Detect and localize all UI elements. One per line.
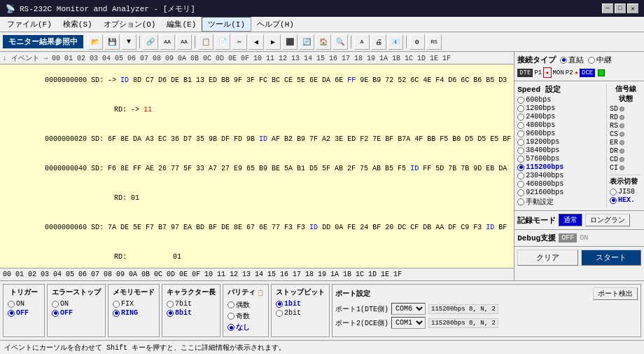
- stop-2bit-radio[interactable]: [276, 310, 283, 317]
- port2-select[interactable]: COM1: [391, 317, 426, 329]
- display-hex-radio[interactable]: [610, 197, 617, 204]
- speed-57600[interactable]: 57600bps: [517, 155, 606, 163]
- speed-460800-radio[interactable]: [517, 181, 524, 188]
- error-off[interactable]: OFF: [52, 309, 101, 317]
- start-button[interactable]: スタート: [581, 250, 641, 266]
- maximize-button[interactable]: □: [615, 4, 626, 13]
- error-off-radio[interactable]: [52, 310, 59, 317]
- speed-2400[interactable]: 2400bps: [517, 113, 606, 121]
- trigger-off-radio[interactable]: [8, 310, 15, 317]
- record-longrun-button[interactable]: ロングラン: [585, 214, 630, 226]
- error-on[interactable]: ON: [52, 300, 101, 308]
- speed-manual-radio[interactable]: [517, 198, 524, 205]
- display-hex[interactable]: HEX.: [610, 196, 641, 204]
- tb-search3-button[interactable]: 🔍: [332, 34, 348, 50]
- speed-4800-label: 4800bps: [526, 121, 555, 129]
- speed-230400[interactable]: 230400bps: [517, 172, 606, 179]
- memory-ring-radio[interactable]: [113, 310, 120, 317]
- char-7bit-radio[interactable]: [167, 301, 174, 308]
- menu-help[interactable]: ヘルプ(H): [251, 17, 300, 32]
- speed-115200-radio[interactable]: [517, 164, 524, 171]
- parity-even[interactable]: 偶数: [227, 300, 264, 310]
- conn-direct-option[interactable]: 直結: [560, 55, 584, 65]
- speed-2400-radio[interactable]: [517, 114, 524, 121]
- debug-on-label[interactable]: ON: [580, 234, 588, 242]
- menu-edit[interactable]: 編集(E): [161, 17, 202, 32]
- tb-connect-button[interactable]: 🔗: [143, 34, 158, 50]
- tb-home-button[interactable]: 🏠: [316, 34, 331, 50]
- menu-file[interactable]: ファイル(F): [1, 17, 57, 32]
- trigger-off[interactable]: OFF: [8, 309, 40, 317]
- char-8bit-radio[interactable]: [167, 310, 174, 317]
- minimize-button[interactable]: ─: [602, 4, 613, 13]
- close-button[interactable]: ✕: [627, 4, 638, 13]
- tb-refresh-button[interactable]: 🔄: [299, 34, 314, 50]
- trigger-on[interactable]: ON: [8, 300, 40, 308]
- speed-230400-radio[interactable]: [517, 172, 524, 179]
- speed-9600[interactable]: 9600bps: [517, 130, 606, 137]
- port1-select[interactable]: COM6: [391, 303, 426, 315]
- tb-print-button[interactable]: 🖨: [371, 34, 386, 50]
- speed-manual[interactable]: 手動設定: [517, 197, 606, 207]
- menu-tools[interactable]: ツール(I): [202, 17, 251, 32]
- speed-38400[interactable]: 38400bps: [517, 147, 606, 154]
- tb-paste-button[interactable]: 📄: [215, 34, 230, 50]
- menu-options[interactable]: オプション(O): [98, 17, 162, 32]
- port-detect-button[interactable]: ポート検出: [593, 287, 638, 300]
- speed-4800-radio[interactable]: [517, 122, 524, 129]
- parity-even-radio[interactable]: [227, 301, 234, 308]
- tb-settings1-button[interactable]: ⚙: [410, 34, 425, 50]
- tb-save-button[interactable]: 💾: [104, 34, 120, 50]
- memory-fix-radio[interactable]: [113, 301, 120, 308]
- display-jis8[interactable]: JIS8: [610, 188, 641, 196]
- parity-odd-radio[interactable]: [227, 313, 234, 320]
- record-normal-button[interactable]: 通常: [559, 214, 582, 226]
- debug-off-badge[interactable]: OFF: [559, 233, 577, 243]
- tb-copy-button[interactable]: 📋: [198, 34, 214, 50]
- char-8bit[interactable]: 8bit: [167, 309, 216, 317]
- display-jis8-radio[interactable]: [610, 189, 617, 196]
- stop-2bit[interactable]: 2bit: [276, 309, 325, 317]
- stop-1bit[interactable]: 1bit: [276, 300, 325, 308]
- speed-38400-radio[interactable]: [517, 147, 524, 154]
- data-content[interactable]: 0000000000 SD: -> ID 8D C7 D6 DE B1 13 E…: [0, 64, 514, 268]
- speed-460800[interactable]: 460800bps: [517, 180, 606, 188]
- speed-115200[interactable]: 115200bps: [517, 163, 606, 171]
- tb-search1-button[interactable]: AA: [160, 34, 175, 50]
- clear-button[interactable]: クリア: [517, 250, 578, 266]
- conn-relay-radio[interactable]: [588, 57, 595, 64]
- conn-direct-radio[interactable]: [560, 57, 567, 64]
- speed-600-radio[interactable]: [517, 97, 524, 104]
- memory-fix[interactable]: FIX: [113, 300, 155, 308]
- speed-1200-radio[interactable]: [517, 105, 524, 112]
- parity-none-radio[interactable]: [227, 324, 234, 331]
- tb-mail-button[interactable]: 📧: [388, 34, 403, 50]
- tb-stop-button[interactable]: ⬛: [282, 34, 298, 50]
- speed-57600-radio[interactable]: [517, 156, 524, 163]
- parity-odd[interactable]: 奇数: [227, 311, 264, 321]
- tb-dropdown-button[interactable]: ▼: [121, 34, 136, 50]
- speed-1200[interactable]: 1200bps: [517, 104, 606, 112]
- conn-relay-option[interactable]: 中継: [588, 55, 612, 65]
- speed-19200[interactable]: 19200bps: [517, 138, 606, 146]
- memory-ring[interactable]: RING: [113, 309, 155, 317]
- stop-1bit-radio[interactable]: [276, 301, 283, 308]
- trigger-on-radio[interactable]: [8, 301, 15, 308]
- speed-19200-radio[interactable]: [517, 139, 524, 146]
- speed-600[interactable]: 600bps: [517, 96, 606, 104]
- parity-none[interactable]: なし: [227, 322, 264, 332]
- tb-settings2-button[interactable]: RS: [426, 34, 442, 50]
- speed-9600-radio[interactable]: [517, 130, 524, 137]
- menu-search[interactable]: 検索(S): [57, 17, 98, 32]
- speed-4800[interactable]: 4800bps: [517, 121, 606, 129]
- speed-921600[interactable]: 921600bps: [517, 189, 606, 196]
- tb-font-button[interactable]: A: [354, 34, 370, 50]
- speed-921600-radio[interactable]: [517, 189, 524, 196]
- tb-back-button[interactable]: ◀: [248, 34, 264, 50]
- char-7bit[interactable]: 7bit: [167, 300, 216, 308]
- tb-forward-button[interactable]: ▶: [265, 34, 281, 50]
- error-on-radio[interactable]: [52, 301, 59, 308]
- tb-open-button[interactable]: 📂: [88, 34, 103, 50]
- tb-cut-button[interactable]: ✂: [232, 34, 247, 50]
- tb-search2-button[interactable]: AA: [176, 34, 192, 50]
